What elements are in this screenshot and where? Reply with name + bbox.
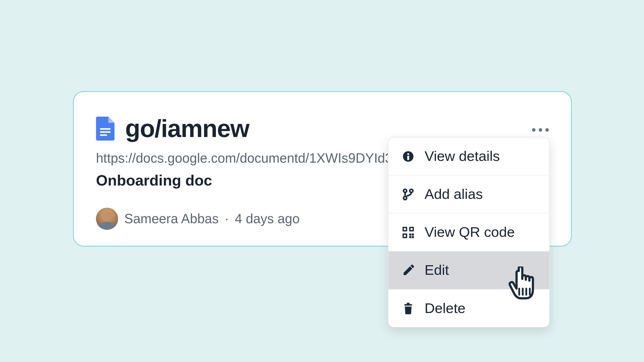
- info-icon: [401, 150, 415, 163]
- svg-point-7: [410, 189, 413, 192]
- svg-rect-1: [100, 131, 110, 132]
- menu-item-view-details[interactable]: View details: [388, 138, 549, 175]
- svg-rect-12: [411, 228, 413, 230]
- menu-label: View QR code: [425, 224, 515, 240]
- author-name: Sameera Abbas: [124, 211, 219, 226]
- menu-item-edit[interactable]: Edit: [388, 251, 549, 289]
- menu-item-delete[interactable]: Delete: [388, 289, 549, 327]
- svg-rect-5: [407, 156, 409, 160]
- trash-icon: [401, 302, 415, 315]
- svg-rect-18: [412, 236, 414, 238]
- qr-code-icon: [401, 225, 415, 239]
- branch-icon: [401, 188, 415, 201]
- avatar: [96, 208, 118, 230]
- google-doc-icon: [96, 116, 114, 140]
- svg-rect-10: [404, 228, 406, 230]
- menu-label: Edit: [425, 262, 449, 278]
- svg-point-4: [407, 153, 409, 155]
- svg-rect-15: [409, 233, 411, 235]
- context-menu: View details Add alias: [388, 137, 550, 328]
- shortlink-title: go/iamnew: [125, 114, 249, 143]
- menu-label: View details: [425, 148, 500, 164]
- separator: ·: [225, 211, 229, 226]
- svg-rect-19: [404, 304, 412, 305]
- svg-rect-16: [412, 233, 414, 235]
- pencil-icon: [401, 264, 415, 277]
- svg-point-6: [404, 189, 407, 192]
- svg-rect-14: [404, 235, 406, 237]
- svg-rect-17: [409, 236, 411, 238]
- svg-rect-2: [100, 134, 107, 136]
- svg-rect-20: [407, 302, 410, 304]
- menu-label: Delete: [425, 300, 466, 316]
- menu-item-view-qr[interactable]: View QR code: [388, 213, 549, 251]
- menu-label: Add alias: [425, 186, 483, 202]
- svg-rect-0: [100, 128, 110, 129]
- more-options-button[interactable]: [528, 124, 553, 136]
- menu-item-add-alias[interactable]: Add alias: [388, 175, 549, 213]
- timestamp: 4 days ago: [235, 211, 300, 226]
- svg-point-8: [404, 196, 407, 199]
